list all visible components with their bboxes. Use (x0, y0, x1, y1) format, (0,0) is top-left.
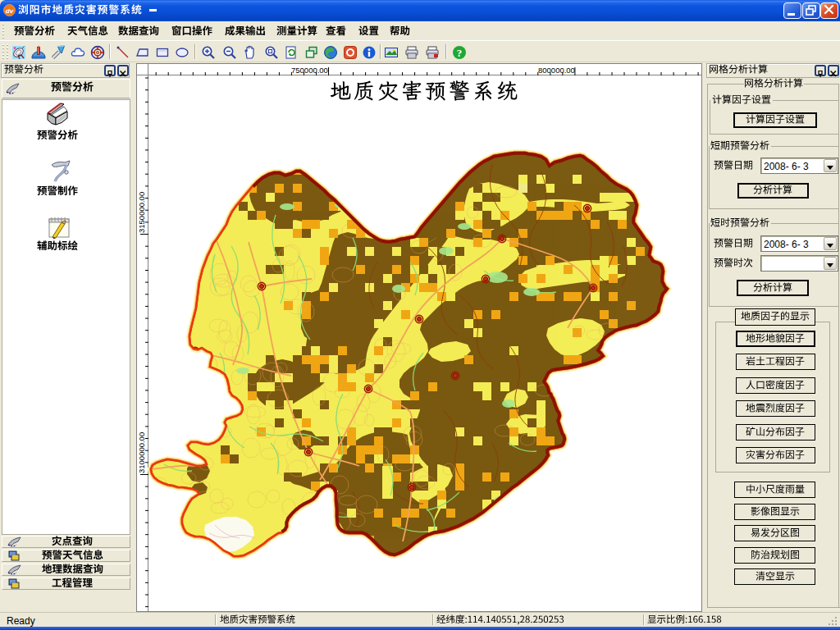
svg-text:dv: dv (6, 7, 14, 15)
svg-text:?: ? (457, 47, 463, 59)
